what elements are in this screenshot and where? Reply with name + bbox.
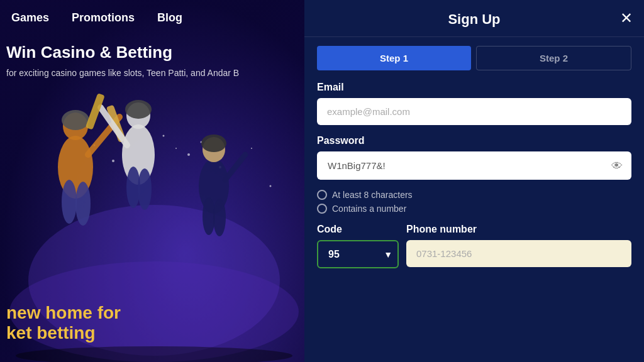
bottom-text: new home for ket betting [6,303,121,343]
code-label: Code [317,224,399,235]
phone-row: Code 95 91 1 44 ▼ Phone number [317,224,631,268]
hint-text-1: At least 8 characters [332,190,413,200]
password-label: Password [317,135,631,146]
step-1-button[interactable]: Step 1 [317,46,471,70]
step-2-button[interactable]: Step 2 [476,46,631,70]
hint-min-chars: At least 8 characters [317,190,631,200]
email-input[interactable] [317,98,631,125]
svg-point-17 [75,182,91,226]
svg-point-24 [138,168,152,210]
hint-circle-2 [317,204,327,214]
code-select[interactable]: 95 91 1 44 [317,240,399,268]
nav-item-blog[interactable]: Blog [152,9,187,27]
svg-point-27 [201,134,226,152]
phone-label: Phone number [406,224,631,235]
svg-point-16 [62,180,77,224]
svg-point-4 [175,148,177,149]
background-panel: Games Promotions Blog Win Casino & Betti… [0,0,308,362]
hint-text-2: Contains a number [332,204,406,214]
eye-icon[interactable]: 👁 [611,159,623,172]
hint-number: Contains a number [317,204,631,214]
hint-circle-1 [317,190,327,200]
modal-title: Sign Up [448,11,500,28]
email-group: Email [317,82,631,125]
svg-line-28 [225,155,245,180]
svg-point-20 [125,100,152,119]
modal-header: Sign Up ✕ [304,0,644,37]
email-label: Email [317,82,631,93]
signup-modal: Sign Up ✕ Step 1 Step 2 Email Password 👁… [304,0,644,362]
password-input[interactable] [317,151,631,180]
code-select-wrapper: 95 91 1 44 ▼ [317,240,399,268]
hero-title: Win Casino & Betting [6,43,172,62]
bottom-line1: new home for [6,303,121,323]
nav-bar: Games Promotions Blog [0,0,308,35]
password-group: Password 👁 [317,135,631,180]
bottom-line2: ket betting [6,323,121,343]
nav-item-games[interactable]: Games [6,9,54,27]
close-button[interactable]: ✕ [620,11,633,26]
hero-subtitle: for exciting casino games like slots, Te… [6,68,239,78]
svg-point-7 [251,148,252,149]
password-wrapper: 👁 [317,151,631,180]
svg-point-30 [213,199,226,236]
svg-point-2 [187,153,190,156]
form-body: Email Password 👁 At least 8 characters C… [304,79,644,281]
code-group: Code 95 91 1 44 ▼ [317,224,399,268]
svg-point-10 [270,185,272,187]
phone-input[interactable] [406,240,631,267]
svg-point-29 [203,197,215,235]
phone-group: Phone number [406,224,631,267]
nav-item-promotions[interactable]: Promotions [67,9,140,27]
validation-hints: At least 8 characters Contains a number [317,190,631,214]
svg-point-6 [163,135,165,137]
steps-row: Step 1 Step 2 [304,37,644,79]
svg-point-8 [112,160,114,162]
svg-point-13 [62,110,89,130]
